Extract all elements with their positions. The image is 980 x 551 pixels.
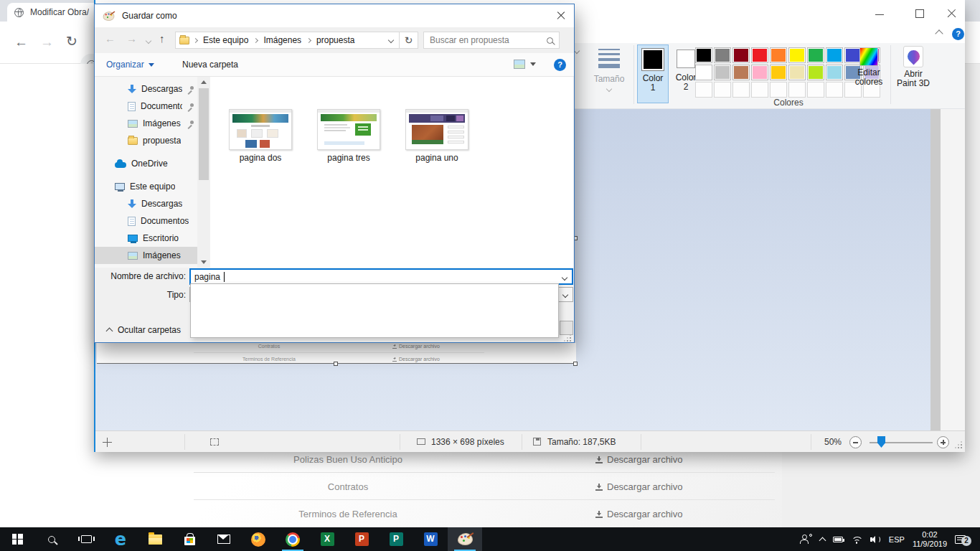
new-folder-button[interactable]: Nueva carpeta xyxy=(182,60,238,70)
palette-color-swatch[interactable] xyxy=(751,47,768,63)
download-link[interactable]: Descargar archivo xyxy=(595,509,683,519)
open-paint3d-button[interactable]: Abrir Paint 3D xyxy=(893,44,933,88)
breadcrumb-item[interactable]: Imágenes xyxy=(262,35,303,45)
sidebar-item-documentos[interactable]: Documentos xyxy=(95,212,197,230)
sidebar-item-documentos[interactable]: Documentos xyxy=(95,98,197,115)
dialog-help-icon[interactable]: ? xyxy=(554,59,566,71)
taskbar-button-chrome[interactable] xyxy=(275,527,310,551)
palette-color-swatch[interactable] xyxy=(770,65,787,80)
palette-color-swatch[interactable] xyxy=(751,65,768,80)
palette-color-swatch[interactable] xyxy=(826,65,843,80)
palette-color-swatch[interactable] xyxy=(826,47,843,63)
action-center-icon[interactable]: 2 xyxy=(955,535,966,544)
paint-canvas[interactable]: Contratos Descargar archivoTerminos de R… xyxy=(97,343,576,364)
paint-help-icon[interactable]: ? xyxy=(952,28,964,40)
sidebar-item-escritorio[interactable]: Escritorio xyxy=(95,230,197,247)
filename-input[interactable]: pagina xyxy=(189,268,573,285)
color1-button[interactable]: Color 1 xyxy=(637,44,669,103)
palette-empty-slot[interactable] xyxy=(770,82,787,98)
palette-color-swatch[interactable] xyxy=(807,47,824,63)
taskbar-button-publisher[interactable]: P xyxy=(379,527,413,551)
browser-reload-button[interactable]: ↻ xyxy=(66,32,77,51)
palette-color-swatch[interactable] xyxy=(788,47,806,63)
palette-color-swatch[interactable] xyxy=(695,47,712,63)
palette-color-swatch[interactable] xyxy=(714,47,731,63)
palette-color-swatch[interactable] xyxy=(788,65,806,80)
nav-up-icon[interactable]: ↑ xyxy=(159,32,165,44)
edit-colors-button[interactable]: Editar colores xyxy=(850,44,887,87)
zoom-slider-thumb[interactable] xyxy=(877,436,885,448)
palette-empty-slot[interactable] xyxy=(826,82,843,98)
file-item[interactable]: pagina dos xyxy=(229,109,292,163)
sidebar-item-propuesta[interactable]: propuesta xyxy=(95,132,197,149)
wifi-icon[interactable] xyxy=(851,535,862,544)
browser-back-button[interactable]: ← xyxy=(14,33,28,52)
collapse-ribbon-icon[interactable] xyxy=(935,29,943,37)
view-mode-icon[interactable] xyxy=(514,60,525,69)
download-link[interactable]: Descargar archivo xyxy=(595,481,683,492)
canvas-resize-handle-corner[interactable] xyxy=(573,362,578,366)
sidebar-item-imágenes[interactable]: Imágenes xyxy=(95,115,197,132)
breadcrumb-item[interactable]: propuesta xyxy=(315,35,356,45)
clock[interactable]: 0:02 11/9/2019 xyxy=(913,530,947,549)
browser-forward-button[interactable]: → xyxy=(40,33,54,52)
palette-empty-slot[interactable] xyxy=(751,82,768,98)
breadcrumb-item[interactable]: Este equipo xyxy=(202,35,250,45)
close-button[interactable] xyxy=(947,9,956,18)
sidebar-scrollbar[interactable] xyxy=(198,77,209,268)
taskbar-button-file-explorer[interactable] xyxy=(138,527,172,551)
palette-color-swatch[interactable] xyxy=(732,47,750,63)
scroll-down-icon[interactable] xyxy=(201,260,207,264)
minimize-button[interactable] xyxy=(875,9,884,15)
palette-color-swatch[interactable] xyxy=(807,65,824,80)
show-hidden-icons-icon[interactable] xyxy=(819,537,826,544)
battery-icon[interactable] xyxy=(833,537,843,542)
dialog-close-icon[interactable] xyxy=(557,11,565,20)
taskbar-button-search[interactable] xyxy=(34,527,69,551)
sidebar-item-este equipo[interactable]: Este equipo xyxy=(95,178,197,195)
people-icon[interactable] xyxy=(800,534,812,544)
filename-dropdown-icon[interactable] xyxy=(562,275,567,281)
language-indicator[interactable]: ESP xyxy=(889,535,905,544)
address-bar[interactable]: Este equipo Imágenes propuesta xyxy=(175,32,400,49)
taskbar-button-firefox[interactable] xyxy=(241,527,275,551)
sidebar-item-descargas[interactable]: Descargas xyxy=(95,195,197,212)
size-button[interactable]: Tamaño xyxy=(589,44,629,91)
scroll-up-icon[interactable] xyxy=(201,80,207,84)
palette-empty-slot[interactable] xyxy=(714,82,731,98)
file-item[interactable]: pagina tres xyxy=(317,109,380,163)
palette-empty-slot[interactable] xyxy=(788,82,806,98)
sidebar-item-imágenes[interactable]: Imágenes xyxy=(95,247,197,264)
nav-forward-icon[interactable]: → xyxy=(126,32,137,44)
organize-button[interactable]: Organizar xyxy=(106,60,154,70)
nav-back-icon[interactable]: ← xyxy=(105,32,116,44)
hide-folders-button[interactable]: Ocultar carpetas xyxy=(107,325,181,335)
zoom-out-button[interactable] xyxy=(849,436,862,448)
window-resize-grip[interactable] xyxy=(953,440,962,448)
address-dropdown-icon[interactable] xyxy=(388,37,394,43)
file-item[interactable]: pagina uno xyxy=(405,109,468,163)
canvas-resize-handle-bottom[interactable] xyxy=(334,362,338,366)
taskbar-button-start[interactable] xyxy=(0,527,34,551)
palette-empty-slot[interactable] xyxy=(807,82,824,98)
taskbar-button-word[interactable]: W xyxy=(413,527,448,551)
palette-empty-slot[interactable] xyxy=(732,82,750,98)
chevron-down-icon[interactable] xyxy=(574,48,580,54)
taskbar-button-mail[interactable] xyxy=(207,527,241,551)
palette-color-swatch[interactable] xyxy=(732,65,750,80)
view-dropdown-icon[interactable] xyxy=(530,62,536,66)
taskbar-button-excel[interactable]: X xyxy=(310,527,344,551)
zoom-in-button[interactable] xyxy=(937,436,949,448)
sidebar-item-descargas[interactable]: Descargas xyxy=(95,80,197,98)
download-link[interactable]: Descargar archivo xyxy=(595,454,683,465)
search-box[interactable]: Buscar en propuesta xyxy=(423,32,560,49)
palette-empty-slot[interactable] xyxy=(695,82,712,98)
recent-locations-icon[interactable] xyxy=(146,38,151,44)
palette-color-swatch[interactable] xyxy=(695,65,712,80)
maximize-button[interactable] xyxy=(915,9,924,18)
refresh-button[interactable]: ↻ xyxy=(400,32,418,49)
palette-color-swatch[interactable] xyxy=(714,65,731,80)
scrollbar-thumb[interactable] xyxy=(199,88,209,180)
palette-color-swatch[interactable] xyxy=(770,47,787,63)
taskbar-button-task-view[interactable] xyxy=(69,527,103,551)
